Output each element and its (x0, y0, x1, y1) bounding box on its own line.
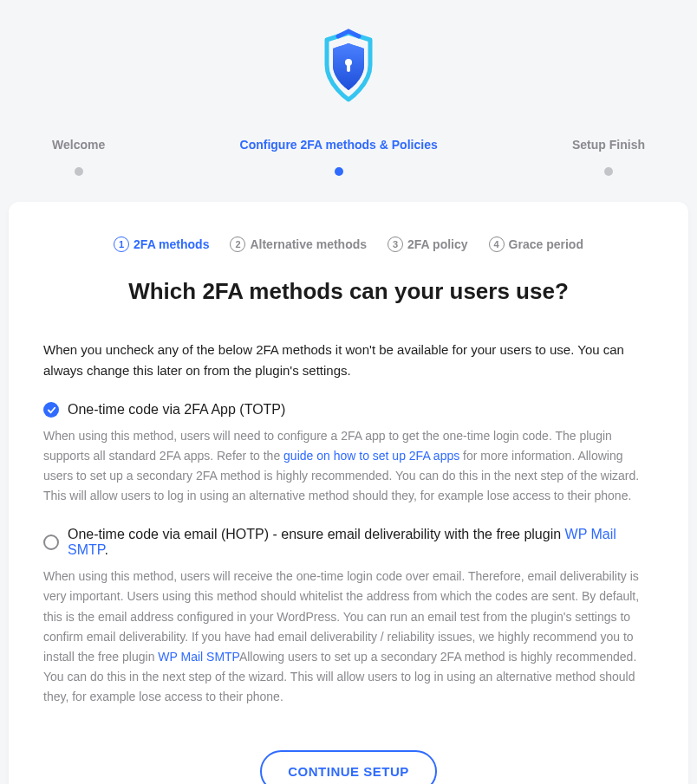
wp-mail-smtp-link[interactable]: WP Mail SMTP (158, 650, 239, 664)
sub-step-num: 4 (489, 236, 505, 252)
sub-step-2fa-policy[interactable]: 3 2FA policy (388, 236, 468, 252)
main-step-finish[interactable]: Setup Finish (572, 138, 645, 176)
sub-step-label: Grace period (509, 237, 583, 251)
checkbox-checked-icon (43, 402, 59, 418)
guide-link[interactable]: guide on how to set up 2FA apps (283, 449, 459, 463)
method-desc: When using this method, users will recei… (43, 567, 654, 707)
sub-steps: 1 2FA methods 2 Alternative methods 3 2F… (43, 236, 654, 252)
method-title: One-time code via email (HOTP) - ensure … (68, 527, 654, 558)
shield-logo-icon (305, 26, 392, 112)
main-steps: Welcome Configure 2FA methods & Policies… (0, 138, 697, 176)
wizard-card: 1 2FA methods 2 Alternative methods 3 2F… (9, 202, 688, 784)
main-step-label: Configure 2FA methods & Policies (240, 138, 438, 152)
wizard-header: Welcome Configure 2FA methods & Policies… (0, 0, 697, 202)
method-totp: One-time code via 2FA App (TOTP) When us… (43, 402, 654, 506)
method-totp-toggle[interactable]: One-time code via 2FA App (TOTP) (43, 402, 654, 418)
main-step-welcome[interactable]: Welcome (52, 138, 105, 176)
step-dot-icon (335, 167, 343, 176)
method-hotp: One-time code via email (HOTP) - ensure … (43, 527, 654, 707)
sub-step-label: 2FA policy (407, 237, 468, 251)
sub-step-num: 3 (388, 236, 403, 252)
svg-rect-1 (347, 64, 350, 72)
sub-step-label: Alternative methods (250, 237, 367, 251)
sub-step-label: 2FA methods (134, 237, 209, 251)
step-dot-icon (75, 167, 83, 176)
sub-step-2fa-methods[interactable]: 1 2FA methods (114, 236, 209, 252)
method-title: One-time code via 2FA App (TOTP) (68, 402, 285, 418)
sub-step-grace-period[interactable]: 4 Grace period (489, 236, 583, 252)
method-desc: When using this method, users will need … (43, 426, 654, 506)
sub-step-alternative-methods[interactable]: 2 Alternative methods (230, 236, 367, 252)
intro-text: When you uncheck any of the below 2FA me… (43, 340, 654, 381)
main-step-label: Welcome (52, 138, 105, 152)
main-step-configure[interactable]: Configure 2FA methods & Policies (240, 138, 438, 176)
main-step-label: Setup Finish (572, 138, 645, 152)
step-dot-icon (604, 167, 613, 176)
method-hotp-toggle[interactable]: One-time code via email (HOTP) - ensure … (43, 527, 654, 558)
checkbox-unchecked-icon (43, 535, 59, 550)
continue-setup-button[interactable]: CONTINUE SETUP (260, 750, 437, 784)
sub-step-num: 2 (230, 236, 245, 252)
sub-step-num: 1 (114, 236, 129, 252)
button-row: CONTINUE SETUP (43, 750, 654, 784)
page-title: Which 2FA methods can your users use? (43, 278, 654, 305)
